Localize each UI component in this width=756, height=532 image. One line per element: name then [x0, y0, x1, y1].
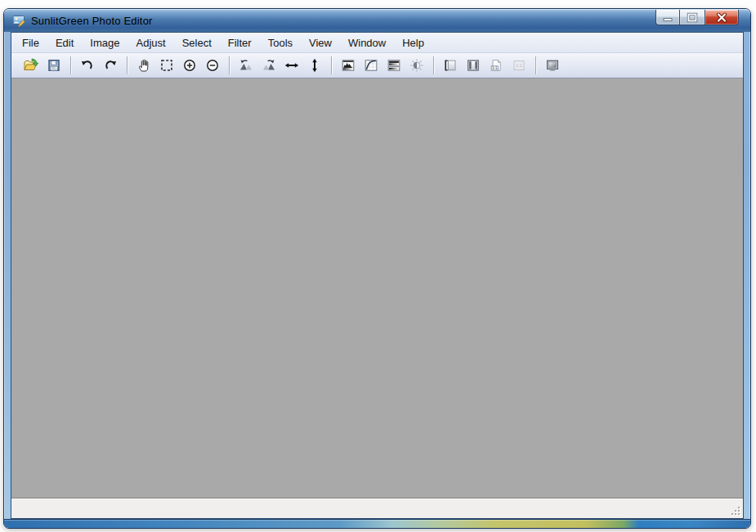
undo-icon [80, 58, 95, 73]
levels-histogram-icon [341, 58, 356, 73]
full-screen-button[interactable] [542, 56, 563, 76]
marquee-select-button[interactable] [156, 56, 177, 76]
resize-grip-icon[interactable] [731, 506, 741, 516]
toolbar-separator [331, 56, 332, 74]
color-balance-icon [387, 58, 401, 73]
app-window: SunlitGreen Photo Editor [3, 8, 751, 529]
window-body: File Edit Image Adjust Select Filter Too… [4, 32, 750, 519]
zoom-in-icon [182, 58, 197, 73]
hand-pan-button[interactable] [133, 56, 154, 76]
minimize-icon [662, 12, 673, 22]
status-bar [11, 498, 743, 518]
hand-pan-icon [136, 58, 151, 73]
curves-icon [364, 58, 378, 73]
flip-vertical-button[interactable] [304, 56, 325, 76]
menu-select[interactable]: Select [174, 33, 220, 52]
workspace-canvas [11, 78, 743, 498]
marquee-select-icon [159, 58, 174, 73]
rotate-right-icon [262, 58, 276, 73]
menu-window[interactable]: Window [340, 33, 394, 52]
maximize-icon [687, 12, 698, 23]
menu-file[interactable]: File [14, 33, 47, 52]
maximize-button[interactable] [680, 10, 705, 25]
client-area: File Edit Image Adjust Select Filter Too… [11, 32, 744, 519]
menu-help[interactable]: Help [394, 33, 432, 52]
full-screen-icon [545, 58, 560, 73]
actual-size-button[interactable]: 1:1 [485, 56, 507, 76]
one-to-one-button[interactable]: 1:1 [508, 56, 530, 76]
toolbar-separator [229, 56, 230, 74]
flip-vertical-icon [307, 58, 322, 73]
zoom-out-icon [205, 58, 220, 73]
close-icon [715, 12, 728, 23]
flip-horizontal-icon [284, 58, 299, 73]
undo-button[interactable] [77, 56, 98, 76]
toolbar: 1:1 1:1 [11, 53, 743, 78]
open-button[interactable] [20, 56, 42, 76]
fit-width-button[interactable] [440, 56, 461, 76]
svg-text:1:1: 1:1 [492, 66, 498, 70]
zoom-out-button[interactable] [202, 56, 223, 76]
photo-editor-app-icon [12, 14, 26, 28]
zoom-in-button[interactable] [179, 56, 200, 76]
rotate-left-button[interactable] [235, 56, 257, 76]
flip-horizontal-button[interactable] [281, 56, 302, 76]
window-bottom-border [4, 519, 750, 528]
toolbar-separator [433, 56, 434, 74]
redo-button[interactable] [100, 56, 121, 76]
open-icon [23, 58, 39, 73]
brightness-icon [409, 58, 424, 73]
save-button[interactable] [43, 56, 65, 76]
close-button[interactable] [705, 10, 739, 25]
brightness-button[interactable] [406, 56, 427, 76]
menu-adjust[interactable]: Adjust [128, 33, 174, 52]
menu-edit[interactable]: Edit [47, 33, 82, 52]
window-title: SunlitGreen Photo Editor [31, 15, 153, 27]
menu-bar: File Edit Image Adjust Select Filter Too… [11, 33, 743, 53]
rotate-left-icon [239, 58, 253, 73]
one-to-one-icon: 1:1 [512, 58, 526, 73]
caption-buttons [655, 10, 739, 25]
fit-window-icon [466, 58, 481, 73]
toolbar-separator [70, 56, 71, 74]
redo-icon [103, 58, 118, 73]
title-bar[interactable]: SunlitGreen Photo Editor [4, 9, 750, 32]
svg-text:1:1: 1:1 [516, 63, 522, 68]
color-balance-button[interactable] [383, 56, 405, 76]
fit-width-icon [443, 58, 458, 73]
levels-button[interactable] [338, 56, 359, 76]
menu-filter[interactable]: Filter [220, 33, 260, 52]
actual-size-page-icon: 1:1 [489, 58, 503, 73]
save-icon [47, 58, 61, 73]
toolbar-separator [535, 56, 536, 74]
toolbar-separator [127, 56, 127, 74]
fit-window-button[interactable] [463, 56, 484, 76]
curves-button[interactable] [360, 56, 382, 76]
menu-view[interactable]: View [301, 33, 340, 52]
minimize-button[interactable] [655, 10, 680, 25]
menu-tools[interactable]: Tools [260, 33, 301, 52]
menu-image[interactable]: Image [82, 33, 127, 52]
rotate-right-button[interactable] [258, 56, 280, 76]
